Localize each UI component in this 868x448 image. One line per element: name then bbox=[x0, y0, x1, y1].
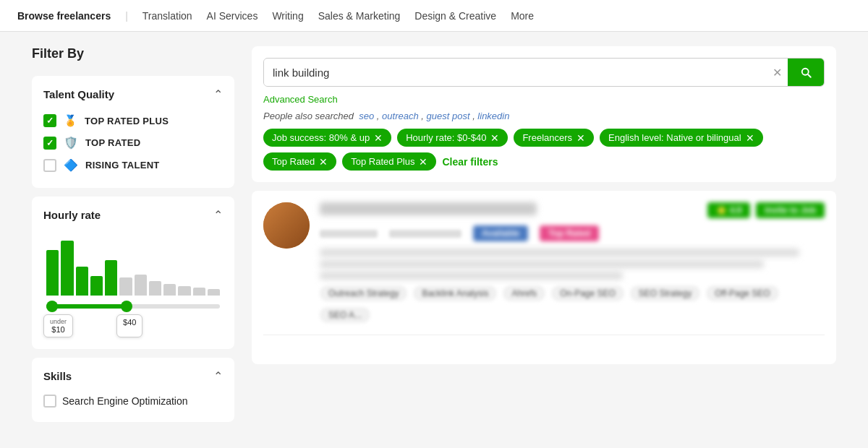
price-max-bubble: $40 bbox=[116, 314, 142, 337]
active-filters-row1: Job success: 80% & up ✕ Hourly rate: $0-… bbox=[263, 129, 825, 147]
advanced-search-link[interactable]: Advanced Search bbox=[263, 94, 825, 105]
hourly-rate-header[interactable]: Hourly rate ⌃ bbox=[43, 208, 223, 222]
nav-translation[interactable]: Translation bbox=[142, 10, 192, 22]
bar-8 bbox=[149, 281, 161, 296]
talent-item-top-rated-plus[interactable]: 🏅 TOP RATED PLUS bbox=[43, 110, 223, 132]
filter-tag-hourly-rate-label: Hourly rate: $0-$40 bbox=[406, 132, 486, 143]
top-nav: Browse freelancers | Translation AI Serv… bbox=[0, 0, 868, 32]
checkbox-top-rated[interactable] bbox=[43, 137, 56, 150]
price-min-prefix: under bbox=[50, 318, 67, 325]
nav-sales-marketing[interactable]: Sales & Marketing bbox=[318, 10, 401, 22]
filter-tag-job-success-remove[interactable]: ✕ bbox=[374, 133, 383, 143]
talent-quality-header[interactable]: Talent Quality ⌃ bbox=[43, 87, 223, 101]
skills-title: Skills bbox=[43, 370, 72, 382]
search-input[interactable] bbox=[264, 59, 767, 86]
sidebar: Filter By Talent Quality ⌃ 🏅 TOP RATED P… bbox=[32, 46, 234, 431]
talent-quality-chevron: ⌃ bbox=[213, 87, 223, 101]
talent-item-rising-talent[interactable]: 🔷 RISING TALENT bbox=[43, 154, 223, 176]
filter-tag-hourly-rate-remove[interactable]: ✕ bbox=[490, 133, 499, 143]
skills-chevron: ⌃ bbox=[213, 369, 223, 383]
freelancer-skills-1: Outreach Strategy Backlink Analysis Ahre… bbox=[320, 285, 825, 323]
freelancer-card-body-1: ⭐ 4.9 Invite to Job Available Top Rated bbox=[320, 202, 825, 323]
checkbox-seo[interactable] bbox=[43, 395, 56, 408]
skills-header[interactable]: Skills ⌃ bbox=[43, 369, 223, 383]
freelancer-name-1 bbox=[320, 202, 537, 215]
nav-writing[interactable]: Writing bbox=[272, 10, 303, 22]
price-range-labels: under $10 $40 bbox=[43, 314, 223, 337]
bar-3 bbox=[76, 267, 88, 296]
also-searched-guest-post[interactable]: guest post bbox=[427, 111, 470, 121]
filter-tag-top-rated-plus[interactable]: Top Rated Plus ✕ bbox=[342, 152, 436, 171]
bar-12 bbox=[208, 289, 220, 296]
freelancer-top-badge-1: Top Rated bbox=[540, 225, 599, 241]
hourly-rate-slider-fill bbox=[46, 304, 124, 309]
skill-chip-7: SEO A... bbox=[320, 307, 370, 323]
freelancer-badges-1: ⭐ 4.9 Invite to Job bbox=[707, 202, 825, 218]
price-min-value: $10 bbox=[51, 325, 64, 334]
top-rated-label: TOP RATED bbox=[85, 137, 140, 148]
bar-7 bbox=[135, 275, 147, 296]
hourly-rate-slider-track bbox=[46, 304, 220, 309]
search-clear-button[interactable]: ✕ bbox=[767, 66, 788, 79]
top-rated-plus-icon: 🏅 bbox=[64, 114, 77, 127]
search-input-row: ✕ bbox=[263, 58, 825, 87]
talent-quality-section: Talent Quality ⌃ 🏅 TOP RATED PLUS 🛡️ TOP… bbox=[32, 76, 234, 188]
search-button[interactable] bbox=[788, 59, 824, 86]
checkbox-top-rated-plus[interactable] bbox=[43, 114, 56, 127]
desc-line-3 bbox=[320, 272, 623, 280]
nav-more[interactable]: More bbox=[511, 10, 534, 22]
skill-chip-1: Outreach Strategy bbox=[320, 285, 407, 301]
bar-10 bbox=[178, 286, 190, 296]
freelancer-location-1 bbox=[389, 230, 461, 238]
filter-tag-top-rated-label: Top Rated bbox=[272, 156, 315, 167]
filter-tag-english-level[interactable]: English level: Native or bilingual ✕ bbox=[600, 129, 763, 147]
top-rated-icon: 🛡️ bbox=[64, 136, 78, 150]
filter-tag-freelancers[interactable]: Freelancers ✕ bbox=[514, 129, 594, 147]
skill-chip-6: Off-Page SEO bbox=[706, 285, 778, 301]
freelancer-hire-button-1[interactable]: Invite to Job bbox=[756, 202, 825, 218]
filter-tag-freelancers-remove[interactable]: ✕ bbox=[576, 133, 585, 143]
filter-tag-english-level-label: English level: Native or bilingual bbox=[608, 132, 741, 143]
freelancer-card-1: ⭐ 4.9 Invite to Job Available Top Rated bbox=[263, 202, 825, 335]
filter-tag-top-rated-plus-label: Top Rated Plus bbox=[351, 156, 414, 167]
browse-freelancers-link[interactable]: Browse freelancers bbox=[17, 10, 111, 22]
bar-5 bbox=[105, 260, 117, 296]
filter-tag-freelancers-label: Freelancers bbox=[522, 132, 572, 143]
rising-talent-label: RISING TALENT bbox=[85, 160, 160, 171]
filter-tag-top-rated-remove[interactable]: ✕ bbox=[319, 157, 328, 167]
results-area: ⭐ 4.9 Invite to Job Available Top Rated bbox=[252, 191, 836, 364]
desc-line-2 bbox=[320, 260, 764, 268]
checkbox-rising-talent[interactable] bbox=[43, 159, 56, 172]
nav-design-creative[interactable]: Design & Creative bbox=[414, 10, 496, 22]
bar-1 bbox=[46, 250, 59, 296]
skill-chip-4: On-Page SEO bbox=[551, 285, 624, 301]
also-searched-linkedin[interactable]: linkedin bbox=[477, 111, 509, 121]
clear-filters-button[interactable]: Clear filters bbox=[442, 153, 498, 171]
freelancer-meta-row-1: Available Top Rated bbox=[320, 225, 825, 241]
bar-9 bbox=[163, 284, 176, 296]
price-min-bubble: under $10 bbox=[43, 314, 73, 337]
freelancer-rate-1 bbox=[320, 230, 378, 238]
filter-by-title: Filter By bbox=[32, 46, 234, 61]
bar-4 bbox=[90, 276, 103, 296]
also-searched-outreach[interactable]: outreach bbox=[382, 111, 419, 121]
freelancer-rating-badge-1: ⭐ 4.9 bbox=[707, 202, 750, 218]
nav-ai-services[interactable]: AI Services bbox=[207, 10, 258, 22]
talent-item-top-rated[interactable]: 🛡️ TOP RATED bbox=[43, 132, 223, 154]
freelancer-name-row-1: ⭐ 4.9 Invite to Job bbox=[320, 202, 825, 221]
also-searched-row: People also searched seo , outreach , gu… bbox=[263, 111, 825, 121]
bar-2 bbox=[61, 241, 73, 296]
filter-tag-top-rated-plus-remove[interactable]: ✕ bbox=[419, 157, 427, 167]
hourly-rate-handle-max[interactable] bbox=[121, 301, 132, 312]
rising-talent-icon: 🔷 bbox=[64, 158, 78, 172]
hourly-rate-handle-min[interactable] bbox=[46, 301, 58, 312]
also-searched-seo[interactable]: seo bbox=[359, 111, 374, 121]
freelancer-avatar-1 bbox=[263, 202, 310, 249]
filter-tag-english-level-remove[interactable]: ✕ bbox=[746, 133, 754, 143]
skill-seo-item[interactable]: Search Engine Optimization bbox=[43, 392, 223, 410]
freelancer-status-badge-1: Available bbox=[473, 225, 528, 241]
filter-tag-job-success[interactable]: Job success: 80% & up ✕ bbox=[263, 129, 391, 147]
filter-tag-hourly-rate[interactable]: Hourly rate: $0-$40 ✕ bbox=[397, 129, 508, 147]
freelancer-description-1 bbox=[320, 249, 825, 280]
filter-tag-top-rated[interactable]: Top Rated ✕ bbox=[263, 152, 336, 171]
